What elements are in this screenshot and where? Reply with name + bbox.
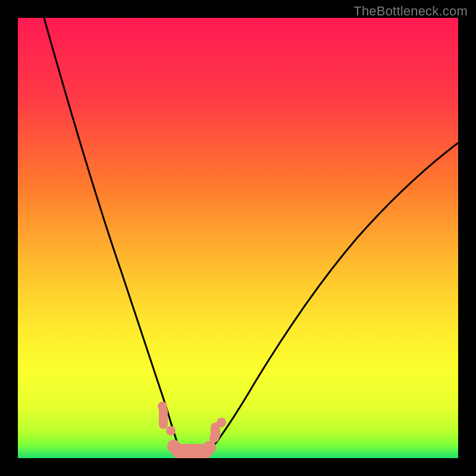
svg-point-9 (217, 418, 226, 427)
svg-point-6 (203, 441, 216, 454)
outer-black-frame: TheBottleneck.com (0, 0, 476, 476)
salmon-marker-floor (167, 440, 216, 458)
salmon-marker-right (209, 418, 226, 443)
salmon-marker-left (158, 402, 176, 436)
svg-point-3 (166, 426, 176, 436)
salmon-highlight-layer (18, 18, 458, 458)
svg-rect-2 (159, 406, 168, 429)
watermark-text: TheBottleneck.com (353, 4, 468, 19)
plot-area (18, 18, 458, 458)
